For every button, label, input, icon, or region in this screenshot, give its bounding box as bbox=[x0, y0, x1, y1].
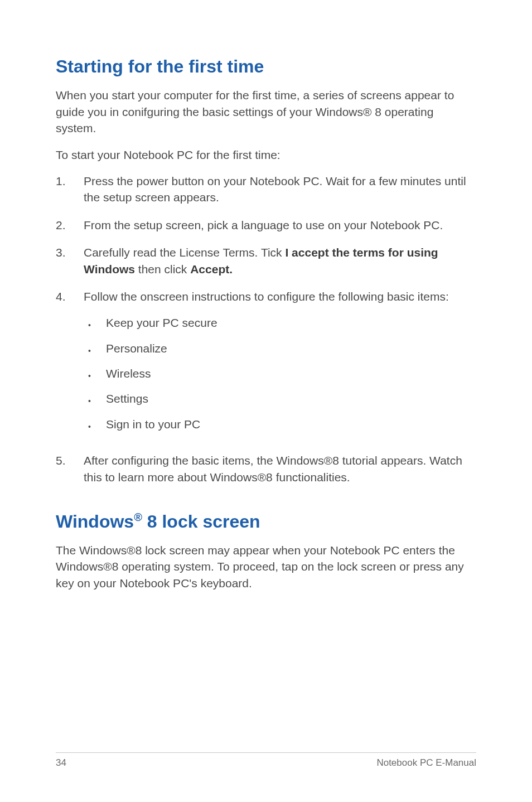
lockscreen-paragraph: The Windows®8 lock screen may appear whe… bbox=[56, 542, 476, 591]
list-item: 1. Press the power button on your Notebo… bbox=[56, 173, 476, 206]
list-item: 4. Follow the onscreen instructions to c… bbox=[56, 288, 476, 441]
list-item: 2. From the setup screen, pick a languag… bbox=[56, 217, 476, 233]
bullet-item: • Personalize bbox=[84, 340, 476, 356]
bullet-text: Keep your PC secure bbox=[106, 315, 217, 331]
text-segment: then click bbox=[135, 263, 190, 276]
list-item: 3. Carefully read the License Terms. Tic… bbox=[56, 244, 476, 277]
bullet-list: • Keep your PC secure • Personalize • Wi… bbox=[84, 315, 476, 432]
page-footer: 34 Notebook PC E-Manual bbox=[0, 752, 532, 769]
heading-lockscreen: Windows® 8 lock screen bbox=[56, 510, 476, 532]
list-text: Press the power button on your Notebook … bbox=[84, 173, 476, 206]
bullet-text: Personalize bbox=[106, 340, 167, 356]
bold-text: Accept. bbox=[190, 263, 233, 276]
list-item: 5. After configuring the basic items, th… bbox=[56, 452, 476, 485]
footer-title: Notebook PC E-Manual bbox=[376, 757, 476, 769]
list-text: Follow the onscreen instructions to conf… bbox=[84, 288, 476, 441]
list-number: 1. bbox=[56, 173, 84, 206]
list-number: 3. bbox=[56, 244, 84, 277]
footer-row: 34 Notebook PC E-Manual bbox=[56, 752, 476, 769]
bullet-item: • Wireless bbox=[84, 365, 476, 381]
bullet-item: • Sign in to your PC bbox=[84, 416, 476, 432]
list-number: 4. bbox=[56, 288, 84, 441]
document-page: Starting for the first time When you sta… bbox=[0, 0, 532, 591]
list-text: Carefully read the License Terms. Tick I… bbox=[84, 244, 476, 277]
bullet-text: Wireless bbox=[106, 365, 151, 381]
intro-paragraph-1: When you start your computer for the fir… bbox=[56, 87, 476, 136]
bullet-text: Sign in to your PC bbox=[106, 416, 200, 432]
bullet-item: • Settings bbox=[84, 390, 476, 407]
heading-starting: Starting for the first time bbox=[56, 56, 476, 77]
list-number: 2. bbox=[56, 217, 84, 233]
bullet-item: • Keep your PC secure bbox=[84, 315, 476, 331]
ordered-list: 1. Press the power button on your Notebo… bbox=[56, 173, 476, 485]
bullet-icon: • bbox=[84, 390, 106, 407]
page-number: 34 bbox=[56, 757, 66, 769]
list-number: 5. bbox=[56, 452, 84, 485]
text-segment: Follow the onscreen instructions to conf… bbox=[84, 290, 449, 303]
bullet-text: Settings bbox=[106, 390, 148, 407]
registered-symbol: ® bbox=[134, 511, 142, 523]
bullet-icon: • bbox=[84, 315, 106, 331]
list-text: From the setup screen, pick a language t… bbox=[84, 217, 476, 233]
bullet-icon: • bbox=[84, 365, 106, 381]
text-segment: Carefully read the License Terms. Tick bbox=[84, 246, 285, 259]
bullet-icon: • bbox=[84, 340, 106, 356]
intro-paragraph-2: To start your Notebook PC for the first … bbox=[56, 147, 476, 163]
bullet-icon: • bbox=[84, 416, 106, 432]
heading-text: Windows bbox=[56, 511, 134, 532]
heading-text: 8 lock screen bbox=[142, 511, 260, 532]
list-text: After configuring the basic items, the W… bbox=[84, 452, 476, 485]
